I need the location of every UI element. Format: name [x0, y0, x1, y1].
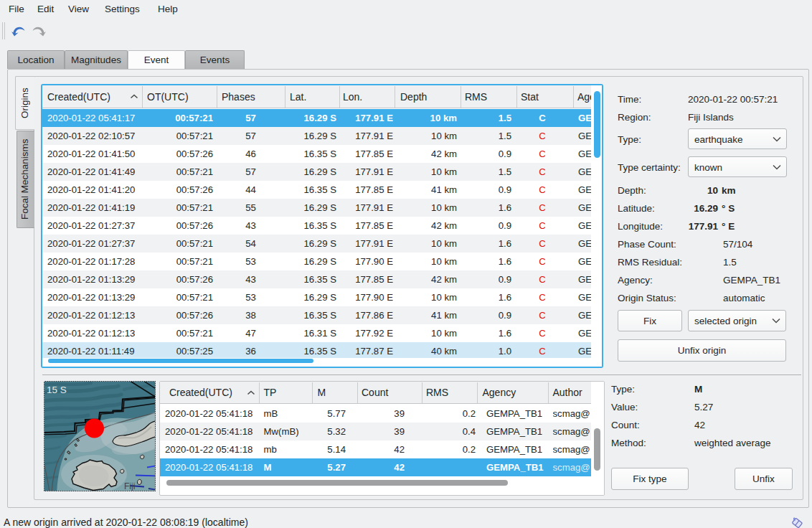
svg-text:15 S: 15 S	[47, 385, 67, 395]
svg-text:Fiji: Fiji	[124, 481, 135, 491]
